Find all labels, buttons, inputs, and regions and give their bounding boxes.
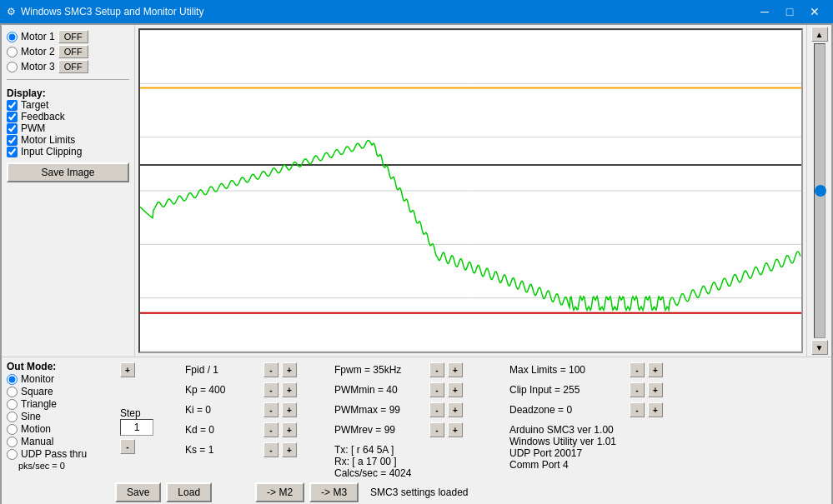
pwm-label: PWM	[21, 122, 45, 134]
kp-label: Kp = 400	[185, 384, 260, 396]
max-limits-plus-button[interactable]: +	[648, 362, 663, 377]
scroll-down-button[interactable]: ▼	[811, 340, 828, 355]
udp-pass-thru-option[interactable]: UDP Pass thru	[7, 448, 115, 460]
target-row: Target	[7, 99, 129, 111]
kd-minus-button[interactable]: -	[263, 422, 279, 437]
motor-1-row: Motor 1 OFF	[7, 30, 129, 43]
square-radio[interactable]	[7, 387, 18, 397]
load-button[interactable]: Load	[166, 482, 212, 502]
motor-2-row: Motor 2 OFF	[7, 45, 129, 58]
kp-minus-button[interactable]: -	[263, 382, 279, 397]
deadzone-minus-button[interactable]: -	[630, 402, 645, 417]
fpid-plus-button[interactable]: +	[120, 362, 135, 377]
fpid-plus-btn[interactable]: +	[282, 362, 297, 377]
motor-limits-label: Motor Limits	[21, 134, 75, 146]
pwm-checkbox[interactable]	[7, 123, 18, 134]
main-window: Motor 1 OFF Motor 2 OFF Motor 3	[0, 23, 833, 504]
udp-radio[interactable]	[7, 449, 18, 460]
motor-3-label: Motor 3	[21, 61, 55, 72]
pks-per-sec-label: pks/sec = 0	[18, 461, 115, 471]
motor-limits-checkbox[interactable]	[7, 135, 18, 146]
motion-option[interactable]: Motion	[7, 423, 115, 435]
target-checkbox[interactable]	[7, 100, 18, 111]
motor-2-off-button[interactable]: OFF	[58, 45, 88, 58]
deadzone-plus-button[interactable]: +	[648, 402, 663, 417]
out-mode-label: Out Mode:	[7, 361, 115, 372]
pwmrev-minus-button[interactable]: -	[429, 422, 444, 437]
square-option[interactable]: Square	[7, 386, 115, 397]
pwmmax-plus-button[interactable]: +	[448, 402, 463, 417]
scroll-track[interactable]	[814, 43, 825, 338]
save-image-button[interactable]: Save Image	[7, 162, 129, 182]
m3-button[interactable]: -> M3	[309, 482, 359, 502]
arduino-ver-label: Arduino SMC3 ver 1.00	[509, 424, 826, 436]
title-bar: ⚙ Windows SMC3 Setup and Monitor Utility…	[0, 0, 833, 23]
clip-input-minus-button[interactable]: -	[630, 382, 645, 397]
scroll-thumb	[815, 185, 826, 197]
limits-col: Max Limits = 100 - + Clip Input = 255 - …	[503, 361, 826, 471]
monitor-option[interactable]: Monitor	[7, 373, 115, 385]
motion-radio[interactable]	[7, 424, 18, 435]
motor-3-row: Motor 3 OFF	[7, 60, 129, 73]
ki-label: Ki = 0	[185, 404, 260, 416]
motor-2-radio[interactable]	[7, 47, 18, 57]
manual-option[interactable]: Manual	[7, 436, 115, 447]
rx-label: Rx: [ a 17 00 ]	[334, 456, 503, 467]
calcs-label: Calcs/sec = 4024	[334, 467, 503, 479]
input-clipping-checkbox[interactable]	[7, 147, 18, 157]
motor-1-radio[interactable]	[7, 32, 18, 42]
triangle-radio[interactable]	[7, 399, 18, 410]
step-minus-button[interactable]: -	[120, 439, 135, 454]
ks-minus-button[interactable]: -	[263, 442, 279, 457]
max-limits-label: Max Limits = 100	[509, 364, 626, 376]
pwmmax-minus-button[interactable]: -	[429, 402, 444, 417]
monitor-radio[interactable]	[7, 374, 18, 385]
max-limits-minus-button[interactable]: -	[630, 362, 645, 377]
scroll-up-button[interactable]: ▲	[811, 27, 828, 42]
m2-button[interactable]: -> M2	[255, 482, 304, 502]
step-col: + Step -	[115, 361, 182, 454]
pwmmin-minus-button[interactable]: -	[429, 382, 444, 397]
save-button[interactable]: Save	[115, 482, 161, 502]
pwm-col: Fpwm = 35kHz - + PWMmin = 40 - + PWMmax …	[328, 361, 503, 479]
motor-3-radio[interactable]	[7, 62, 18, 72]
ks-plus-button[interactable]: +	[282, 442, 297, 457]
close-button[interactable]: ✕	[803, 2, 826, 21]
bottom-actions-row: Save Load -> M2 -> M3 SMC3 settings load…	[7, 482, 826, 502]
fpwm-label: Fpwm = 35kHz	[334, 364, 426, 376]
chart-area	[135, 25, 806, 357]
window-icon: ⚙	[7, 6, 16, 17]
triangle-option[interactable]: Triangle	[7, 398, 115, 410]
fpwm-minus-button[interactable]: -	[429, 362, 444, 377]
pwmmin-plus-button[interactable]: +	[448, 382, 463, 397]
feedback-checkbox[interactable]	[7, 112, 18, 122]
fpwm-plus-button[interactable]: +	[448, 362, 463, 377]
ki-plus-button[interactable]: +	[282, 402, 297, 417]
pwmrev-plus-button[interactable]: +	[448, 422, 463, 437]
pwmmin-label: PWMmin = 40	[334, 384, 426, 396]
fpid-minus-button[interactable]: -	[263, 362, 279, 377]
chart-canvas	[140, 30, 801, 352]
manual-radio[interactable]	[7, 437, 18, 447]
sine-radio[interactable]	[7, 412, 18, 422]
target-label: Target	[21, 99, 48, 111]
pid-col: Fpid / 1 - + Kp = 400 - + Ki = 0 - +	[182, 361, 328, 459]
motor-3-off-button[interactable]: OFF	[58, 60, 88, 73]
right-scroller: ▲ ▼	[806, 25, 831, 357]
minimize-button[interactable]: ─	[753, 2, 776, 21]
feedback-row: Feedback	[7, 111, 129, 122]
motor-1-label: Motor 1	[21, 31, 55, 42]
kp-plus-button[interactable]: +	[282, 382, 297, 397]
step-input[interactable]	[120, 419, 153, 436]
motor-1-off-button[interactable]: OFF	[58, 30, 88, 43]
clip-input-plus-button[interactable]: +	[648, 382, 663, 397]
deadzone-label: Deadzone = 0	[509, 404, 626, 416]
input-clipping-row: Input Clipping	[7, 146, 129, 157]
tx-label: Tx: [ r 64 5A ]	[334, 444, 503, 456]
display-label: Display:	[7, 87, 129, 99]
pwmrev-label: PWMrev = 99	[334, 424, 426, 436]
sine-option[interactable]: Sine	[7, 411, 115, 422]
maximize-button[interactable]: □	[778, 2, 801, 21]
kd-plus-button[interactable]: +	[282, 422, 297, 437]
ki-minus-button[interactable]: -	[263, 402, 279, 417]
